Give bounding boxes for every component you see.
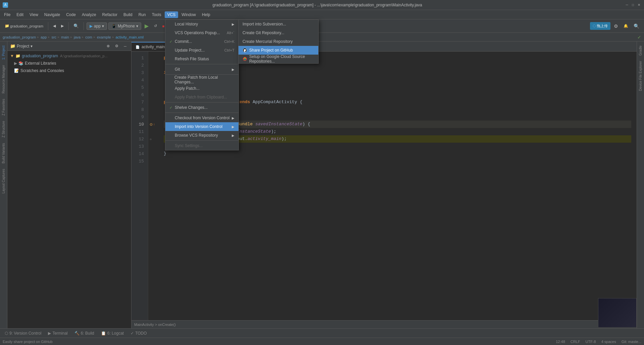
device-selector[interactable]: 📱 MyPhone ▾ bbox=[108, 22, 141, 30]
menu-local-history[interactable]: Local History ▶ bbox=[165, 20, 238, 28]
line-num-1: 1 bbox=[131, 54, 148, 62]
menu-browse-vcs[interactable]: Browse VCS Repository ▶ bbox=[165, 131, 238, 140]
menu-file[interactable]: File bbox=[1, 11, 13, 18]
bc-app[interactable]: app bbox=[41, 35, 47, 39]
toolbar-forward[interactable]: ▶ bbox=[59, 23, 66, 29]
menu-create-patch[interactable]: Create Patch from Local Changes... bbox=[165, 75, 238, 84]
gcloud-icon bbox=[243, 57, 247, 61]
line-num-8: 8 bbox=[131, 106, 148, 113]
minimize-button[interactable]: ─ bbox=[625, 3, 629, 7]
menu-refactor[interactable]: Refactor bbox=[100, 11, 120, 18]
sidebar-device-file[interactable]: Device File Explorer bbox=[637, 58, 644, 93]
menu-import-vcs[interactable]: Import into Version Control ▶ bbox=[165, 122, 238, 131]
tree-item-scratches[interactable]: 📝 Scratches and Consoles bbox=[7, 67, 131, 74]
sidebar-project[interactable]: 1: Project bbox=[0, 43, 7, 62]
sidebar-zstructure[interactable]: Z Structure bbox=[0, 118, 7, 140]
status-indent[interactable]: 4 spaces bbox=[601, 340, 616, 344]
run-button[interactable]: ▶ bbox=[143, 22, 151, 30]
sidebar-build-variants[interactable]: Build Variants bbox=[0, 140, 7, 166]
maximize-button[interactable]: □ bbox=[631, 3, 635, 7]
tab-terminal[interactable]: ▶ Terminal bbox=[45, 330, 71, 337]
menu-git[interactable]: Git ▶ bbox=[165, 65, 238, 74]
search-everywhere[interactable]: 🔍 bbox=[632, 22, 641, 30]
bc-java[interactable]: java bbox=[74, 35, 80, 39]
tree-item-graduation[interactable]: ▼ 📁 graduation_program A:\graduation\gra… bbox=[7, 52, 131, 60]
tab-logcat[interactable]: 📋 6: Logcat bbox=[98, 330, 127, 337]
submenu-import-svn[interactable]: Import into Subversion... bbox=[238, 20, 318, 28]
bc-example[interactable]: example bbox=[97, 35, 111, 39]
project-panel-collapse[interactable]: ─ bbox=[122, 43, 128, 49]
menu-navigate[interactable]: Navigate bbox=[42, 11, 63, 18]
code-line-15 bbox=[164, 157, 631, 165]
module-selector[interactable]: ▶ app ▾ bbox=[87, 22, 107, 30]
menu-window[interactable]: Window bbox=[179, 11, 199, 18]
menu-build[interactable]: Build bbox=[121, 11, 135, 18]
status-git-branch[interactable]: Git: maste... bbox=[622, 340, 641, 344]
bc-project[interactable]: graduation_program bbox=[3, 35, 36, 39]
menu-vcs[interactable]: VCS bbox=[165, 11, 178, 18]
sidebar-resource[interactable]: Resource Manager bbox=[0, 62, 7, 96]
toolbar-sep-1 bbox=[48, 22, 48, 30]
project-panel-header: 📁 Project ▾ ⊕ ⚙ ─ bbox=[7, 42, 131, 51]
status-encoding[interactable]: UTF-8 bbox=[586, 340, 596, 344]
git-status-btn[interactable]: ⬡ 拖上传 bbox=[590, 22, 610, 30]
tab-build[interactable]: 🔨 6: Build bbox=[71, 330, 98, 337]
menu-bar: File Edit View Navigate Code Analyze Ref… bbox=[0, 10, 644, 19]
menu-run[interactable]: Run bbox=[136, 11, 149, 18]
menu-analyze[interactable]: Analyze bbox=[79, 11, 99, 18]
submenu-create-mercurial[interactable]: Create Mercurial Repository bbox=[238, 37, 318, 46]
submenu-setup-gcloud[interactable]: Setup on Google Cloud Source Repositorie… bbox=[238, 55, 318, 63]
menu-tools[interactable]: Tools bbox=[149, 11, 164, 18]
tab-version-control[interactable]: ⬡ 9: Version Control bbox=[1, 330, 45, 337]
right-tool-sidebar: Gradle Device File Explorer bbox=[637, 42, 644, 328]
menu-sep-3 bbox=[165, 102, 238, 102]
line-num-11: 11 bbox=[131, 128, 148, 135]
menu-refresh-file-status[interactable]: Refresh File Status bbox=[165, 55, 238, 63]
status-line-ending[interactable]: CRLF bbox=[571, 340, 580, 344]
vcs-dropdown-menu: Local History ▶ VCS Operations Popup... … bbox=[165, 19, 239, 150]
menu-commit[interactable]: ✓ Commit... Ctrl+K bbox=[165, 37, 238, 46]
line-num-6: 6 bbox=[131, 91, 148, 98]
menu-view[interactable]: View bbox=[27, 11, 41, 18]
menu-checkout-vcs[interactable]: Checkout from Version Control ▶ bbox=[165, 114, 238, 122]
project-panel-gear[interactable]: ⚙ bbox=[113, 43, 120, 49]
bc-com[interactable]: com bbox=[85, 35, 92, 39]
menu-update-project[interactable]: Update Project... Ctrl+T bbox=[165, 46, 238, 55]
menu-code[interactable]: Code bbox=[63, 11, 78, 18]
tree-item-external-libs[interactable]: ▶ 📚 External Libraries bbox=[7, 60, 131, 67]
toolbar-back[interactable]: ◀ bbox=[51, 23, 58, 29]
toolbar-sep-3 bbox=[84, 22, 84, 30]
reload-button[interactable]: ↺ bbox=[152, 23, 159, 29]
tab-todo[interactable]: ✓ TODO bbox=[127, 330, 150, 337]
close-button[interactable]: ✕ bbox=[637, 3, 641, 7]
menu-vcs-ops[interactable]: VCS Operations Popup... Alt+` bbox=[165, 28, 238, 37]
sidebar-captures[interactable]: Layout Captures bbox=[0, 166, 7, 196]
menu-help[interactable]: Help bbox=[199, 11, 213, 18]
submenu-create-git[interactable]: Create Git Repository... bbox=[238, 28, 318, 37]
project-panel: 📁 Project ▾ ⊕ ⚙ ─ ▼ 📁 graduation_program… bbox=[7, 42, 131, 328]
submenu-share-github[interactable]: Share Project on GitHub bbox=[238, 46, 318, 55]
gutter-8 bbox=[148, 106, 158, 113]
toolbar-search[interactable]: 🔍 bbox=[71, 22, 81, 29]
import-vcs-submenu: Import into Subversion... Create Git Rep… bbox=[238, 19, 319, 64]
app-icon: A bbox=[3, 2, 8, 8]
project-name-btn[interactable]: 📁 graduation_program bbox=[3, 23, 45, 29]
window-title: graduation_program [A:\graduation\gradua… bbox=[10, 3, 625, 7]
gutter-12: ○ bbox=[148, 135, 158, 143]
menu-apply-patch[interactable]: Apply Patch... bbox=[165, 84, 238, 93]
menu-shelve[interactable]: ✓ Shelve Changes... bbox=[165, 103, 238, 112]
menu-edit[interactable]: Edit bbox=[14, 11, 26, 18]
gutter-10: ⊙ ↑ bbox=[148, 121, 158, 128]
status-right: 12:48 CRLF UTF-8 4 spaces Git: maste... bbox=[556, 340, 641, 344]
line-num-9: 9 bbox=[131, 113, 148, 121]
notifications-button[interactable]: 🔔 bbox=[622, 23, 630, 29]
project-panel-settings[interactable]: ⊕ bbox=[105, 43, 112, 49]
line-num-2: 2 bbox=[131, 62, 148, 69]
sidebar-zfavorites[interactable]: Z Favorites bbox=[0, 96, 7, 118]
menu-sep-1 bbox=[165, 64, 238, 64]
bc-file[interactable]: activity_main.xml bbox=[116, 35, 144, 39]
settings-button[interactable]: ⚙ bbox=[612, 22, 620, 30]
bc-src[interactable]: src bbox=[51, 35, 56, 39]
bc-main[interactable]: main bbox=[61, 35, 69, 39]
sidebar-gradle[interactable]: Gradle bbox=[637, 43, 644, 58]
